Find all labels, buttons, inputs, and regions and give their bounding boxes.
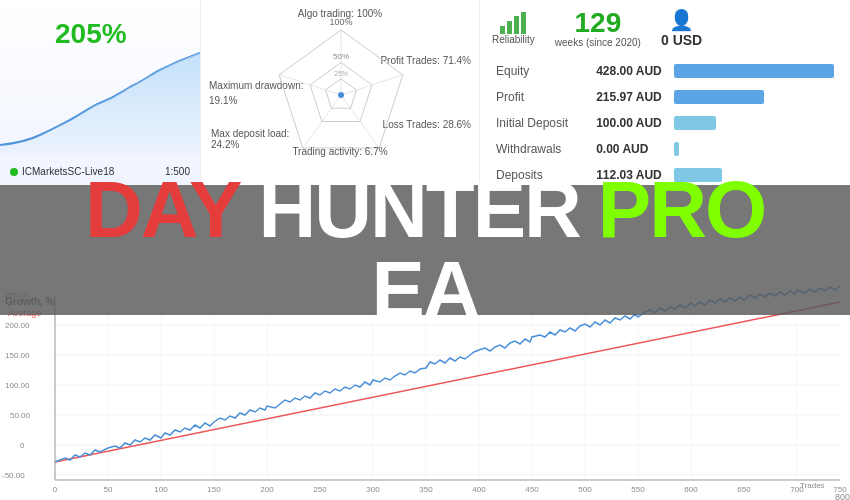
- usd-value: 0 USD: [661, 32, 702, 48]
- svg-text:Trades: Trades: [800, 481, 825, 490]
- svg-text:150: 150: [207, 485, 221, 494]
- stat-value: 0.00 AUD: [592, 136, 670, 162]
- svg-text:800: 800: [835, 492, 850, 500]
- banner-ea: EA: [371, 250, 478, 330]
- stats-row: Initial Deposit 100.00 AUD: [492, 110, 838, 136]
- reliability-chart-icon: [500, 12, 526, 34]
- svg-text:50.00: 50.00: [10, 411, 31, 420]
- growth-curve-svg: [0, 35, 200, 155]
- stat-bar-cell: [670, 58, 838, 84]
- radar-svg: 100% 50% 25%: [201, 0, 481, 185]
- svg-text:250: 250: [313, 485, 327, 494]
- banner-overlay: DAY HUNTER PRO EA: [0, 185, 850, 315]
- weeks-label: weeks (since 2020): [555, 37, 641, 48]
- right-panel: Reliability 129 weeks (since 2020) 👤 0 U…: [480, 0, 850, 185]
- stat-bar-cell: [670, 84, 838, 110]
- svg-text:350: 350: [419, 485, 433, 494]
- stat-bar: [674, 90, 764, 104]
- weeks-block: 129 weeks (since 2020): [555, 9, 641, 48]
- bar1: [500, 26, 505, 34]
- svg-text:650: 650: [737, 485, 751, 494]
- svg-text:50: 50: [104, 485, 113, 494]
- stat-value: 100.00 AUD: [592, 110, 670, 136]
- stat-label: Profit: [492, 84, 592, 110]
- stat-bar: [674, 142, 679, 156]
- svg-text:200.00: 200.00: [5, 321, 30, 330]
- reliability-block: Reliability: [492, 12, 535, 45]
- bar3: [514, 16, 519, 34]
- stat-bar: [674, 116, 716, 130]
- left-panel: 205% ICMarketsSC-Live18 1:500: [0, 0, 200, 185]
- svg-text:-50.00: -50.00: [2, 471, 25, 480]
- svg-text:450: 450: [525, 485, 539, 494]
- stat-bar: [674, 64, 834, 78]
- svg-text:100: 100: [154, 485, 168, 494]
- right-top: Reliability 129 weeks (since 2020) 👤 0 U…: [492, 8, 838, 48]
- banner-day: DAY: [85, 170, 241, 250]
- stat-value: 215.97 AUD: [592, 84, 670, 110]
- svg-text:200: 200: [260, 485, 274, 494]
- svg-text:600: 600: [684, 485, 698, 494]
- stat-label: Equity: [492, 58, 592, 84]
- svg-text:50%: 50%: [333, 52, 349, 61]
- weeks-number: 129: [575, 9, 622, 37]
- svg-text:0: 0: [53, 485, 58, 494]
- usd-block: 👤 0 USD: [661, 8, 702, 48]
- svg-text:150.00: 150.00: [5, 351, 30, 360]
- middle-panel: Algo trading: 100% Profit Trades: 71.4% …: [200, 0, 480, 185]
- bar2: [507, 21, 512, 34]
- svg-point-12: [338, 92, 344, 98]
- stat-bar-cell: [670, 110, 838, 136]
- stat-label: Withdrawals: [492, 136, 592, 162]
- stat-value: 428.00 AUD: [592, 58, 670, 84]
- svg-text:100%: 100%: [329, 17, 352, 27]
- svg-text:400: 400: [472, 485, 486, 494]
- stats-row: Profit 215.97 AUD: [492, 84, 838, 110]
- svg-text:100.00: 100.00: [5, 381, 30, 390]
- reliability-label: Reliability: [492, 34, 535, 45]
- bar4: [521, 12, 526, 34]
- banner-pro: PRO: [598, 170, 765, 250]
- person-icon: 👤: [669, 8, 694, 32]
- stat-label: Initial Deposit: [492, 110, 592, 136]
- stats-row: Equity 428.00 AUD: [492, 58, 838, 84]
- svg-text:500: 500: [578, 485, 592, 494]
- svg-text:0: 0: [20, 441, 25, 450]
- status-dot: [10, 168, 18, 176]
- top-section: 205% ICMarketsSC-Live18 1:500 Algo tradi…: [0, 0, 850, 185]
- svg-text:550: 550: [631, 485, 645, 494]
- banner-line2: EA: [371, 250, 478, 330]
- banner-hunter: HUNTER: [258, 170, 579, 250]
- stat-bar-cell: [670, 136, 838, 162]
- stats-row: Withdrawals 0.00 AUD: [492, 136, 838, 162]
- svg-text:300: 300: [366, 485, 380, 494]
- banner-line1: DAY HUNTER PRO: [85, 170, 765, 250]
- svg-text:25%: 25%: [334, 70, 348, 77]
- radar-trading-activity: Trading activity: 6.7%: [292, 146, 387, 157]
